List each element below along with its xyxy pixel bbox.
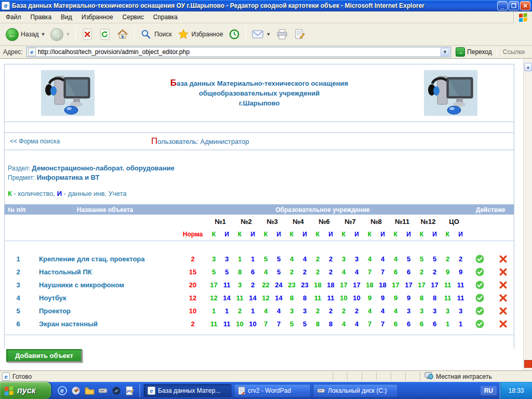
- delete-button[interactable]: [492, 304, 514, 317]
- add-object-button[interactable]: Добавить объект: [6, 349, 82, 362]
- k-value: 11: [311, 291, 324, 304]
- menu-item-edit[interactable]: Правка: [26, 12, 57, 22]
- k-value: 2: [285, 265, 298, 278]
- windows-flag-icon: [4, 385, 14, 395]
- start-label: пуск: [17, 386, 36, 395]
- back-button[interactable]: ← Назад ▼: [3, 27, 48, 42]
- menu-bar: Файл Правка Вид Избранное Сервис Справка: [0, 11, 532, 23]
- k-value: 1: [441, 317, 454, 330]
- mail-button[interactable]: ▼: [249, 27, 273, 42]
- back-dropdown-icon[interactable]: ▼: [41, 32, 45, 37]
- k-value: 8: [311, 317, 324, 330]
- k-value: 22: [259, 278, 272, 291]
- forward-button[interactable]: → ▼: [48, 27, 73, 42]
- address-dropdown-button[interactable]: ▼: [441, 48, 449, 56]
- close-button[interactable]: ✕: [520, 1, 530, 10]
- edit-button[interactable]: [291, 27, 309, 42]
- menu-item-favorites[interactable]: Избранное: [77, 12, 118, 22]
- delete-button[interactable]: [492, 291, 514, 304]
- edit-icon: [294, 28, 306, 41]
- browser-toolbar: ← Назад ▼ → ▼ Поис: [0, 23, 532, 46]
- ql-dark-app-icon[interactable]: [111, 385, 122, 396]
- i-value: 2: [428, 265, 441, 278]
- scroll-up-icon[interactable]: ▲: [524, 63, 532, 71]
- k-value: 12: [207, 291, 220, 304]
- i-value: 2: [246, 278, 259, 291]
- i-value: 8: [428, 291, 441, 304]
- language-indicator[interactable]: RU: [481, 386, 497, 395]
- spacer-cell: [467, 215, 514, 229]
- i-value: 3: [454, 304, 467, 317]
- confirm-button[interactable]: [467, 265, 492, 278]
- home-button[interactable]: [114, 27, 131, 42]
- ql-media-icon[interactable]: [71, 385, 81, 396]
- go-button[interactable]: → Переход: [454, 47, 494, 57]
- k-column-label: К: [259, 229, 272, 241]
- menu-item-file[interactable]: Файл: [1, 12, 26, 22]
- start-button[interactable]: пуск: [0, 382, 51, 399]
- minimize-button[interactable]: _: [497, 1, 508, 10]
- k-column-label: К: [337, 229, 350, 241]
- address-input[interactable]: e http://localhost/tech_provision/admin_…: [26, 47, 451, 57]
- school-header: №4: [285, 215, 311, 229]
- history-button[interactable]: [225, 27, 243, 42]
- refresh-icon: [99, 28, 111, 41]
- back-icon: ←: [6, 28, 19, 41]
- page-frame: База данных Материально-технического осн…: [4, 64, 514, 349]
- page-title-first-letter: Б: [170, 78, 177, 88]
- search-form-link[interactable]: << Форма поиска: [5, 138, 60, 145]
- ql-php-editor-icon[interactable]: php: [125, 385, 135, 396]
- k-value: 17: [389, 278, 402, 291]
- confirm-button[interactable]: [467, 291, 492, 304]
- favorites-label: Избранное: [192, 31, 223, 38]
- links-button[interactable]: Ссылки: [500, 48, 530, 56]
- confirm-button[interactable]: [467, 252, 492, 265]
- k-value: 7: [259, 317, 272, 330]
- disk-icon: [317, 388, 325, 394]
- ql-ie-icon[interactable]: e: [57, 385, 68, 396]
- delete-button[interactable]: [492, 317, 514, 330]
- k-value: 11: [441, 278, 454, 291]
- toolbar-separator: [134, 26, 135, 42]
- i-value: 2: [298, 265, 311, 278]
- legend-mid: - количество,: [12, 190, 57, 197]
- favorites-button[interactable]: Избранное: [175, 27, 226, 42]
- delete-button[interactable]: [492, 278, 514, 291]
- menu-item-help[interactable]: Справка: [149, 12, 182, 22]
- page-title-line3: г.Шарыпово: [239, 99, 280, 107]
- refresh-button[interactable]: [96, 27, 114, 42]
- ie-window: e База данных Материально-технического о…: [0, 0, 532, 399]
- confirm-button[interactable]: [467, 317, 492, 330]
- address-url: http://localhost/tech_provision/admin_ob…: [38, 48, 190, 56]
- stop-button[interactable]: [78, 27, 96, 42]
- maximize-button[interactable]: ❐: [509, 1, 519, 10]
- print-icon: [276, 28, 288, 41]
- print-button[interactable]: [273, 27, 291, 42]
- scroll-down-red-block[interactable]: [524, 360, 532, 368]
- k-value: 9: [389, 291, 402, 304]
- ql-drive-icon[interactable]: [98, 385, 108, 396]
- ql-folder-icon[interactable]: [84, 385, 95, 396]
- i-value: 14: [272, 291, 285, 304]
- delete-button[interactable]: [492, 252, 514, 265]
- clock[interactable]: 18:33: [508, 387, 524, 394]
- confirm-button[interactable]: [467, 278, 492, 291]
- school-header: №11: [389, 215, 415, 229]
- task-button-database[interactable]: e База данных Матер...: [143, 384, 232, 397]
- i-value: 24: [272, 278, 285, 291]
- search-button[interactable]: Поиск: [137, 27, 174, 42]
- menu-item-view[interactable]: Вид: [56, 12, 77, 22]
- delete-button[interactable]: [492, 265, 514, 278]
- task-button-wordpad[interactable]: crv2 - WordPad: [234, 384, 311, 397]
- k-value: 11: [207, 317, 220, 330]
- vertical-scrollbar[interactable]: ▲: [523, 59, 532, 370]
- confirm-button[interactable]: [467, 304, 492, 317]
- mail-dropdown-icon[interactable]: ▼: [266, 32, 271, 37]
- user-label-first-letter: П: [151, 136, 157, 146]
- i-value: 17: [428, 278, 441, 291]
- row-number: 4: [5, 291, 32, 304]
- task-button-local-disk[interactable]: Локальный диск (C:): [313, 384, 398, 397]
- k-value: 11: [441, 291, 454, 304]
- k-value: 2: [441, 252, 454, 265]
- menu-item-tools[interactable]: Сервис: [118, 12, 149, 22]
